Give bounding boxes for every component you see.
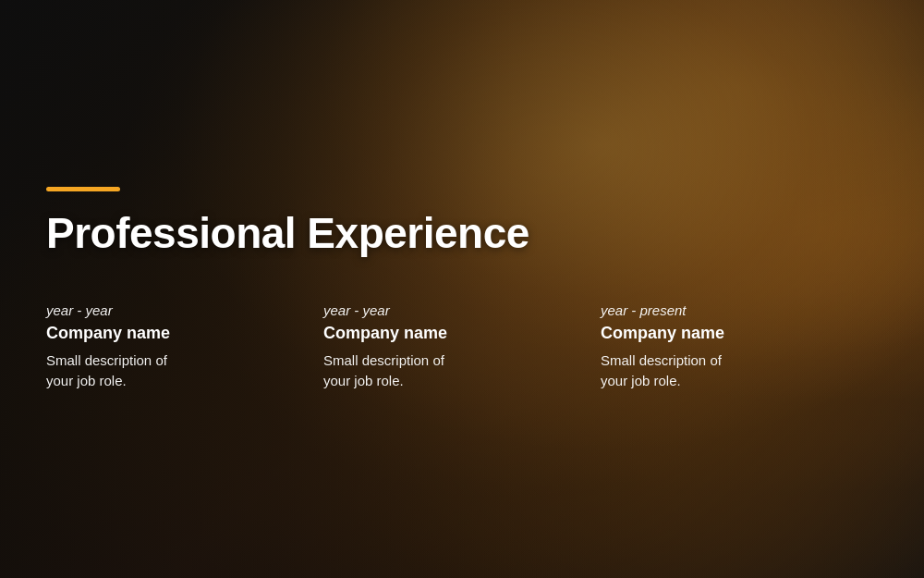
section-title: Professional Experience (46, 208, 878, 258)
exp-date-3: year - present (601, 302, 850, 318)
slide-content: Professional Experience year - year Comp… (0, 0, 924, 578)
slide-container: Professional Experience year - year Comp… (0, 0, 924, 578)
experience-grid: year - year Company name Small descripti… (46, 302, 878, 392)
exp-description-1: Small description of your job role. (46, 350, 296, 392)
experience-item-1: year - year Company name Small descripti… (46, 302, 323, 392)
exp-company-2: Company name (323, 324, 573, 343)
exp-date-2: year - year (323, 302, 573, 318)
exp-company-3: Company name (601, 324, 850, 343)
exp-company-1: Company name (46, 324, 296, 343)
exp-description-2: Small description of your job role. (323, 350, 573, 392)
exp-description-3: Small description of your job role. (601, 350, 850, 392)
experience-item-3: year - present Company name Small descri… (601, 302, 878, 392)
exp-date-1: year - year (46, 302, 296, 318)
experience-item-2: year - year Company name Small descripti… (323, 302, 601, 392)
accent-line (46, 187, 120, 191)
